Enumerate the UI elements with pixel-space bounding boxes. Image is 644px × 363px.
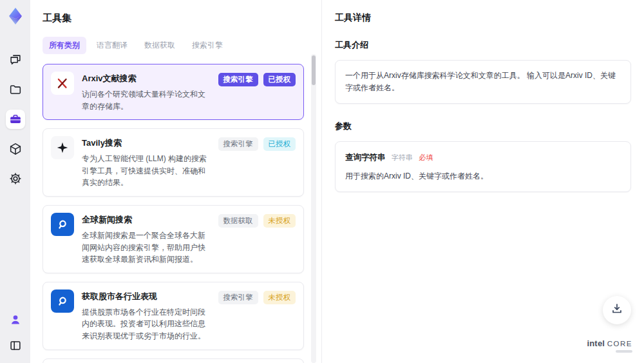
tab-3[interactable]: 搜索引擎 <box>185 37 229 54</box>
settings-icon <box>8 172 23 186</box>
panel-icon <box>8 338 23 353</box>
detail-title: 工具详情 <box>335 12 631 24</box>
auth-status-badge: 已授权 <box>263 137 296 151</box>
tool-card-body: Tavily搜索专为人工智能代理 (LLM) 构建的搜索引擎工具，可快速提供实时… <box>82 136 211 189</box>
tool-card[interactable]: Arxiv文献搜索访问各个研究领域大量科学论文和文章的存储库。搜索引擎已授权 <box>43 64 304 120</box>
arxiv-icon <box>51 72 74 95</box>
tool-card[interactable]: Tavily搜索专为人工智能代理 (LLM) 构建的搜索引擎工具，可快速提供实时… <box>43 128 304 197</box>
tool-card[interactable]: 获取市场最活跃股票信息提供当天交易量最高的股票列表，投资者可以利用这些信息来识别… <box>43 358 304 363</box>
page-title: 工具集 <box>43 12 304 25</box>
sidebar-item-folder[interactable] <box>6 80 25 99</box>
tool-list-pane: 工具集 所有类别语言翻译数据获取搜索引擎 Arxiv文献搜索访问各个研究领域大量… <box>30 0 322 363</box>
intel-core-logo: intel CORE <box>587 338 632 353</box>
tool-cards: Arxiv文献搜索访问各个研究领域大量科学论文和文章的存储库。搜索引擎已授权 T… <box>43 64 304 363</box>
sidebar-nav <box>6 50 25 188</box>
tool-description: 全球新闻搜索是一个聚合全球各大新闻网站内容的搜索引擎，帮助用户快速获取全球最新资… <box>82 230 211 266</box>
intel-core-sub-mark <box>616 350 632 353</box>
param-name: 查询字符串 <box>345 153 386 162</box>
left-sidebar <box>0 0 30 363</box>
download-icon <box>610 302 624 319</box>
params-heading: 参数 <box>335 121 631 132</box>
sidebar-item-settings[interactable] <box>6 169 25 188</box>
app-window: 工具集 所有类别语言翻译数据获取搜索引擎 Arxiv文献搜索访问各个研究领域大量… <box>0 0 644 363</box>
param-header: 查询字符串 字符串 必填 <box>345 151 621 164</box>
intro-text: 一个用于从Arxiv存储库搜索科学论文和文章的工具。 输入可以是Arxiv ID… <box>345 71 616 92</box>
tool-card[interactable]: 获取股市各行业表现提供股票市场各个行业在特定时间段内的表现。投资者可以利用这些信… <box>43 282 304 350</box>
blue-search-icon <box>51 213 74 236</box>
tool-detail-pane: 工具详情 工具介绍 一个用于从Arxiv存储库搜索科学论文和文章的工具。 输入可… <box>322 0 644 363</box>
category-tabs: 所有类别语言翻译数据获取搜索引擎 <box>43 37 304 54</box>
tool-badges: 搜索引擎已授权 <box>218 136 296 189</box>
tool-badges: 数据获取未授权 <box>218 213 296 266</box>
tool-description: 访问各个研究领域大量科学论文和文章的存储库。 <box>82 88 211 112</box>
intro-card: 一个用于从Arxiv存储库搜索科学论文和文章的工具。 输入可以是Arxiv ID… <box>335 60 631 104</box>
tool-card[interactable]: 全球新闻搜索全球新闻搜索是一个聚合全球各大新闻网站内容的搜索引擎，帮助用户快速获… <box>43 205 304 273</box>
intro-heading: 工具介绍 <box>335 39 631 51</box>
app-logo[interactable] <box>5 5 26 27</box>
category-badge: 搜索引擎 <box>218 291 258 304</box>
tool-name: Tavily搜索 <box>82 137 211 149</box>
tab-1[interactable]: 语言翻译 <box>90 37 134 54</box>
tool-name: 获取股市各行业表现 <box>82 291 211 302</box>
category-badge: 数据获取 <box>218 214 258 228</box>
tool-card-body: 全球新闻搜索全球新闻搜索是一个聚合全球各大新闻网站内容的搜索引擎，帮助用户快速获… <box>82 213 211 266</box>
auth-status-badge: 已授权 <box>263 73 296 86</box>
tavily-icon <box>51 136 74 159</box>
sidebar-item-chat[interactable] <box>6 50 25 70</box>
scrollbar-thumb[interactable] <box>312 55 316 85</box>
toolbox-icon <box>8 112 23 126</box>
tool-card-body: Arxiv文献搜索访问各个研究领域大量科学论文和文章的存储库。 <box>82 72 211 112</box>
sidebar-bottom <box>6 310 25 355</box>
sidebar-item-panel[interactable] <box>6 336 25 355</box>
auth-status-badge: 未授权 <box>263 291 296 304</box>
category-badge: 搜索引擎 <box>218 73 258 86</box>
tool-card-body: 获取股市各行业表现提供股票市场各个行业在特定时间段内的表现。投资者可以利用这些信… <box>82 289 211 342</box>
param-card: 查询字符串 字符串 必填 用于搜索的Arxiv ID、关键字或作者姓名。 <box>335 141 631 191</box>
param-type: 字符串 <box>392 153 413 161</box>
tab-0[interactable]: 所有类别 <box>43 37 86 54</box>
intel-core-label: intel CORE <box>587 338 632 348</box>
auth-status-badge: 未授权 <box>263 214 296 228</box>
sidebar-item-toolbox[interactable] <box>6 110 25 129</box>
tool-badges: 搜索引擎已授权 <box>218 72 296 112</box>
main-content: 工具集 所有类别语言翻译数据获取搜索引擎 Arxiv文献搜索访问各个研究领域大量… <box>30 0 644 363</box>
folder-icon <box>8 83 23 97</box>
tool-name: 全球新闻搜索 <box>82 214 211 226</box>
blue-search-icon <box>51 289 74 313</box>
download-button[interactable] <box>603 296 631 324</box>
user-icon <box>8 313 23 327</box>
param-required-badge: 必填 <box>419 153 433 161</box>
sidebar-item-package[interactable] <box>6 139 25 159</box>
chat-icon <box>8 53 23 67</box>
package-icon <box>8 142 23 156</box>
tool-name: Arxiv文献搜索 <box>82 73 211 84</box>
tool-description: 专为人工智能代理 (LLM) 构建的搜索引擎工具，可快速提供实时、准确和真实的结… <box>82 153 211 189</box>
tab-2[interactable]: 数据获取 <box>138 37 182 54</box>
tool-badges: 搜索引擎未授权 <box>218 289 296 342</box>
sidebar-item-user[interactable] <box>6 310 25 329</box>
list-scrollbar[interactable] <box>311 54 316 363</box>
tool-description: 提供股票市场各个行业在特定时间段内的表现。投资者可以利用这些信息来识别表现优于或… <box>82 306 211 342</box>
category-badge: 搜索引擎 <box>218 137 258 151</box>
param-desc: 用于搜索的Arxiv ID、关键字或作者姓名。 <box>345 170 621 182</box>
